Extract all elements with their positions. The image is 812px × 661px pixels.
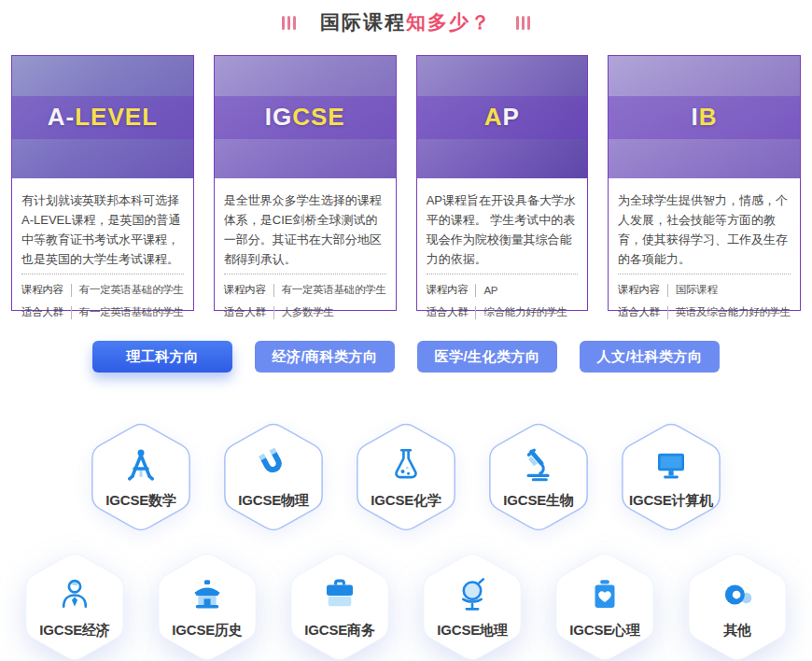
meta-value: 有一定英语基础的学生 (282, 283, 386, 297)
subject-label: IGCSE经济 (39, 622, 109, 640)
course-title-part: IG (265, 103, 292, 132)
subject-label: IGCSE地理 (437, 622, 507, 640)
direction-button-medicine[interactable]: 医学/生化类方向 (417, 341, 557, 373)
course-photo: AP (417, 56, 587, 178)
vertical-divider (71, 306, 72, 319)
page-title-main: 国际课程 (320, 11, 406, 33)
course-card-alevel: A-LEVEL 有计划就读英联邦本科可选择A-LEVEL课程，是英国的普通中等教… (11, 55, 194, 311)
meta-value: 英语及综合能力好的学生 (676, 305, 791, 319)
circles-icon (718, 575, 757, 614)
subject-card-biology[interactable]: IGCSE生物 (487, 419, 590, 535)
vertical-divider (667, 284, 668, 297)
course-description: 为全球学生提供智力，情感，个人发展，社会技能等方面的教育，使其获得学习、工作及生… (618, 190, 791, 273)
course-title: IGCSE (215, 56, 396, 178)
subject-card-business[interactable]: IGCSE商务 (288, 549, 391, 661)
course-description: 是全世界众多学生选择的课程体系，是CIE剑桥全球测试的一部分。其证书在大部分地区… (224, 190, 386, 273)
course-title: IB (609, 56, 800, 178)
subject-label: IGCSE生物 (503, 492, 573, 510)
subject-card-chemistry[interactable]: IGCSE化学 (355, 419, 457, 535)
direction-button-humanities[interactable]: 人文/社科类方向 (580, 341, 720, 373)
meta-label: 课程内容 (427, 283, 469, 297)
subject-label: IGCSE数学 (105, 492, 175, 510)
globe-icon (453, 575, 492, 614)
course-meta-row: 课程内容 有一定英语基础的学生 (21, 283, 184, 297)
subject-label: IGCSE历史 (172, 622, 242, 640)
subject-card-other[interactable]: 其他 (686, 549, 789, 661)
course-meta-row: 适合人群 大多数学生 (224, 305, 386, 319)
course-meta-row: 适合人群 英语及综合能力好的学生 (618, 305, 791, 319)
vertical-divider (667, 306, 668, 319)
microscope-icon (519, 445, 558, 485)
subject-label: IGCSE商务 (304, 622, 374, 640)
course-cards-row: A-LEVEL 有计划就读英联邦本科可选择A-LEVEL课程，是英国的普通中等教… (0, 55, 812, 311)
meta-value: 综合能力好的学生 (483, 305, 567, 319)
course-title-part: I (691, 103, 698, 132)
meta-value: 有一定英语基础的学生 (79, 305, 184, 319)
flask-icon (386, 445, 426, 485)
course-description: 有计划就读英联邦本科可选择A-LEVEL课程，是英国的普通中等教育证书考试水平课… (21, 190, 184, 273)
vertical-divider (273, 306, 274, 319)
course-photo: A-LEVEL (12, 56, 193, 178)
subjects-row-2: IGCSE经济 IGCSE历史 IGCS (0, 549, 812, 661)
course-card-ib: IB 为全球学生提供智力，情感，个人发展，社会技能等方面的教育，使其获得学习、工… (608, 55, 801, 311)
direction-button-science[interactable]: 理工科方向 (92, 341, 232, 373)
direction-button-business[interactable]: 经济/商科类方向 (255, 341, 395, 373)
course-meta-row: 适合人群 有一定英语基础的学生 (21, 305, 184, 319)
course-meta-row: 课程内容 有一定英语基础的学生 (224, 283, 386, 297)
dotted-divider (21, 274, 184, 274)
magnet-icon (254, 445, 293, 485)
dotted-divider (618, 274, 791, 274)
meta-label: 适合人群 (21, 305, 63, 319)
course-photo: IGCSE (215, 56, 396, 178)
businessman-icon (55, 575, 94, 614)
clipboard-heart-icon (585, 575, 624, 614)
vertical-divider (475, 306, 476, 319)
course-title: AP (417, 56, 587, 178)
dotted-divider (224, 274, 386, 274)
course-title-part: B (699, 103, 718, 132)
meta-label: 适合人群 (427, 305, 469, 319)
subject-label: IGCSE化学 (371, 492, 441, 510)
vertical-divider (475, 284, 476, 297)
historic-building-icon (188, 575, 227, 614)
course-card-igcse: IGCSE 是全世界众多学生选择的课程体系，是CIE剑桥全球测试的一部分。其证书… (214, 55, 397, 311)
subject-card-psychology[interactable]: IGCSE心理 (553, 549, 656, 661)
monitor-icon (651, 445, 691, 485)
subject-card-geography[interactable]: IGCSE地理 (421, 549, 524, 661)
meta-value: AP (483, 285, 497, 296)
subjects-row-1: IGCSE数学 IGCSE物理 (0, 419, 812, 535)
meta-value: 大多数学生 (282, 305, 334, 319)
subject-card-history[interactable]: IGCSE历史 (156, 549, 259, 661)
course-meta-row: 课程内容 国际课程 (618, 283, 791, 297)
briefcase-icon (320, 575, 359, 614)
section-header: 国际课程知多少？ (0, 9, 812, 35)
dotted-divider (427, 274, 578, 274)
page-title-accent: 知多少？ (406, 11, 492, 33)
compass-icon (121, 445, 161, 485)
meta-value: 国际课程 (676, 283, 718, 297)
triple-bars-icon (516, 16, 530, 30)
course-card-ap: AP AP课程旨在开设具备大学水平的课程。 学生考试中的表现会作为院校衡量其综合… (416, 55, 588, 311)
subject-label: IGCSE物理 (238, 492, 308, 510)
course-title-part: P (503, 103, 520, 132)
course-meta-row: 适合人群 综合能力好的学生 (427, 305, 578, 319)
vertical-divider (71, 284, 72, 297)
subject-card-computer[interactable]: IGCSE计算机 (620, 419, 722, 535)
subject-card-physics[interactable]: IGCSE物理 (222, 419, 325, 535)
course-title-part: A (484, 103, 503, 132)
course-description: AP课程旨在开设具备大学水平的课程。 学生考试中的表现会作为院校衡量其综合能力的… (427, 190, 578, 273)
meta-label: 适合人群 (618, 305, 660, 319)
meta-label: 课程内容 (21, 283, 63, 297)
subject-card-math[interactable]: IGCSE数学 (90, 419, 192, 535)
course-card-body: 有计划就读英联邦本科可选择A-LEVEL课程，是英国的普通中等教育证书考试水平课… (12, 178, 193, 319)
page-title: 国际课程知多少？ (320, 9, 492, 35)
vertical-divider (273, 284, 274, 297)
course-title-part: CSE (292, 103, 344, 132)
meta-value: 有一定英语基础的学生 (79, 283, 184, 297)
triple-bars-icon (282, 16, 296, 30)
subject-label: IGCSE计算机 (629, 492, 713, 510)
subject-card-economics[interactable]: IGCSE经济 (23, 549, 126, 661)
course-title-part: LEVEL (75, 103, 158, 132)
course-title-part: A- (48, 103, 75, 132)
course-card-body: AP课程旨在开设具备大学水平的课程。 学生考试中的表现会作为院校衡量其综合能力的… (417, 178, 587, 319)
